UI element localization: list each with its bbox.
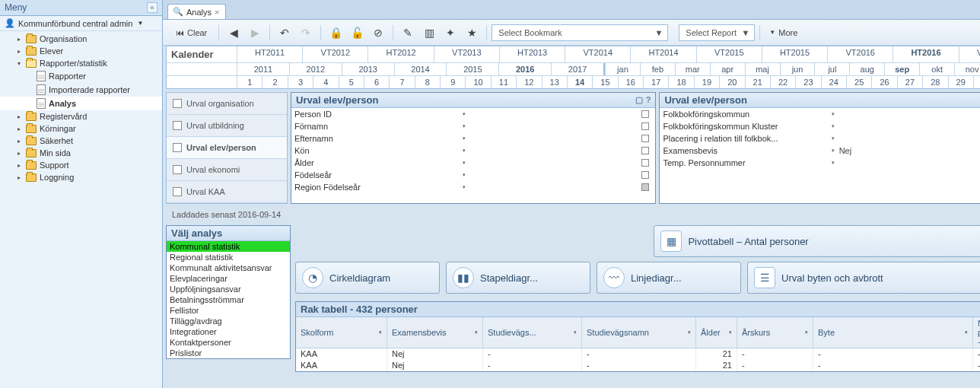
day-cell[interactable]: 27	[897, 76, 922, 88]
day-cell[interactable]: 9	[440, 76, 465, 88]
analys-item[interactable]: Betalningsströmmar	[167, 294, 290, 305]
term-cell[interactable]: VT2015	[696, 46, 762, 62]
day-cell[interactable]: 23	[795, 76, 820, 88]
analys-item[interactable]: Uppföljningsansvar	[167, 284, 290, 294]
next-button[interactable]: ▶	[245, 24, 265, 42]
sidebar-item-s-kerhet[interactable]: ▸Säkerhet	[0, 135, 162, 147]
month-cell[interactable]: apr	[710, 63, 745, 75]
term-cell[interactable]: HT2014	[630, 46, 695, 62]
checkbox[interactable]	[641, 135, 649, 142]
table-header[interactable]: Byte▾	[813, 317, 973, 348]
day-cell[interactable]: 12	[516, 76, 541, 88]
redo-button[interactable]: ↷	[296, 24, 316, 42]
table-header[interactable]: Nationellt program - e▾	[973, 317, 980, 348]
year-cell[interactable]: 2012	[289, 63, 342, 75]
sidebar-item-min-sida[interactable]: ▸Min sida	[0, 147, 162, 159]
analys-item[interactable]: Elevplaceringar	[167, 273, 290, 284]
help-icon[interactable]: ?	[646, 95, 651, 105]
urval-category-button[interactable]: Urval KAA	[167, 181, 287, 203]
day-cell[interactable]: 19	[694, 76, 719, 88]
analys-item[interactable]: Fellistor	[167, 305, 290, 316]
pivot-button[interactable]: ▦ Pivottabell – Antal personer	[654, 225, 980, 257]
month-cell[interactable]: jun	[780, 63, 815, 75]
analys-item[interactable]: Kommunal statistik	[167, 241, 290, 252]
day-cell[interactable]: 25	[846, 76, 871, 88]
table-header[interactable]: Årskurs▾	[737, 317, 813, 348]
month-cell[interactable]: feb	[640, 63, 675, 75]
month-cell[interactable]: okt	[919, 63, 954, 75]
checkbox[interactable]	[641, 110, 649, 118]
day-cell[interactable]: 4	[313, 76, 338, 88]
urval-field-row[interactable]: Folkbokföringskommun▾	[660, 108, 980, 120]
urval-field-row[interactable]: Kön▾	[291, 145, 655, 157]
checkbox[interactable]	[641, 183, 649, 191]
analys-item[interactable]: Kommunalt aktivitetsansvar	[167, 262, 290, 273]
urval-field-row[interactable]: Efternamn▾	[291, 132, 655, 145]
year-cell[interactable]: 2011	[237, 63, 289, 75]
term-cell[interactable]: VT2012	[302, 46, 368, 62]
term-cell[interactable]: HT2015	[762, 46, 827, 62]
analys-item[interactable]: Tillägg/avdrag	[167, 316, 290, 326]
table-header[interactable]: Examensbevis▾	[387, 317, 483, 348]
clear-button[interactable]: ⏮ Clear	[169, 24, 214, 42]
checkbox[interactable]	[641, 159, 649, 167]
day-cell[interactable]: 18	[668, 76, 693, 88]
term-cell[interactable]: VT2014	[565, 46, 630, 62]
day-cell[interactable]: 8	[415, 76, 440, 88]
sidebar-item-analys[interactable]: Analys	[0, 97, 162, 110]
table-header[interactable]: Ålder▾	[696, 317, 737, 348]
day-cell[interactable]: 10	[465, 76, 490, 88]
day-cell[interactable]: 16	[618, 76, 643, 88]
urval-category-button[interactable]: Urval elev/person	[167, 137, 287, 159]
analys-item[interactable]: Integrationer	[167, 326, 290, 337]
day-cell[interactable]: 15	[592, 76, 617, 88]
urval-field-row[interactable]: Person ID▾	[291, 108, 655, 120]
urval-field-row[interactable]: Region Födelseår▾	[291, 181, 655, 193]
day-cell[interactable]: 1	[237, 76, 262, 88]
sidebar-item-support[interactable]: ▸Support	[0, 159, 162, 171]
day-cell[interactable]: 7	[389, 76, 414, 88]
table-row[interactable]: KAANej--21---	[296, 360, 980, 371]
lock-button[interactable]: 🔒	[326, 24, 345, 42]
year-cell[interactable]: 2014	[394, 63, 447, 75]
checkbox[interactable]	[641, 171, 649, 179]
day-cell[interactable]: 14	[567, 76, 592, 88]
day-cell[interactable]: 30	[973, 76, 980, 88]
report-select[interactable]: Select Report ▼	[679, 24, 755, 41]
close-icon[interactable]: ×	[215, 8, 219, 17]
day-cell[interactable]: 24	[821, 76, 846, 88]
day-cell[interactable]: 6	[364, 76, 389, 88]
urval-field-row[interactable]: Förnamn▾	[291, 120, 655, 132]
month-cell[interactable]: jul	[814, 63, 849, 75]
sidebar-item-rapporter-statistik[interactable]: ▾Rapporter/statistik	[0, 57, 162, 69]
year-cell[interactable]: 2013	[342, 63, 394, 75]
chart-button[interactable]: ▥	[419, 24, 439, 42]
line-chart-button[interactable]: 〰 Linjediagr...	[597, 262, 741, 294]
urval-field-row[interactable]: Placering i relation till folkbok...▾	[660, 132, 980, 145]
urval-category-button[interactable]: Urval utbildning	[167, 115, 287, 137]
term-cell[interactable]: HT2011	[237, 46, 302, 62]
sidebar-item-loggning[interactable]: ▸Loggning	[0, 171, 162, 183]
analys-item[interactable]: Regional statistik	[167, 252, 290, 262]
term-cell[interactable]: HT2013	[499, 46, 565, 62]
check-button[interactable]: ⊘	[368, 24, 388, 42]
sidebar-item-organisation[interactable]: ▸Organisation	[0, 33, 162, 45]
sidebar-item-importerade-rapporter[interactable]: Importerade rapporter	[0, 83, 162, 97]
tab-analys[interactable]: 🔍 Analys ×	[167, 4, 226, 19]
day-cell[interactable]: 26	[871, 76, 896, 88]
unlock-button[interactable]: 🔓	[347, 24, 367, 42]
day-cell[interactable]: 29	[948, 76, 973, 88]
day-cell[interactable]: 20	[719, 76, 744, 88]
month-cell[interactable]: nov	[954, 63, 980, 75]
urval-category-button[interactable]: Urval ekonomi	[167, 159, 287, 181]
sidebar-item-rapporter[interactable]: Rapporter	[0, 69, 162, 83]
sidebar-collapse-button[interactable]: «	[147, 2, 158, 13]
edit-button[interactable]: ✎	[398, 24, 418, 42]
term-cell[interactable]: VT2013	[434, 46, 499, 62]
day-cell[interactable]: 28	[922, 76, 947, 88]
pie-chart-button[interactable]: ◔ Cirkeldiagram	[295, 262, 440, 294]
urval-category-button[interactable]: Urval organisation	[167, 93, 287, 115]
table-row[interactable]: KAANej--21---	[296, 348, 980, 360]
day-cell[interactable]: 3	[288, 76, 313, 88]
term-cell[interactable]: VT2016	[827, 46, 892, 62]
